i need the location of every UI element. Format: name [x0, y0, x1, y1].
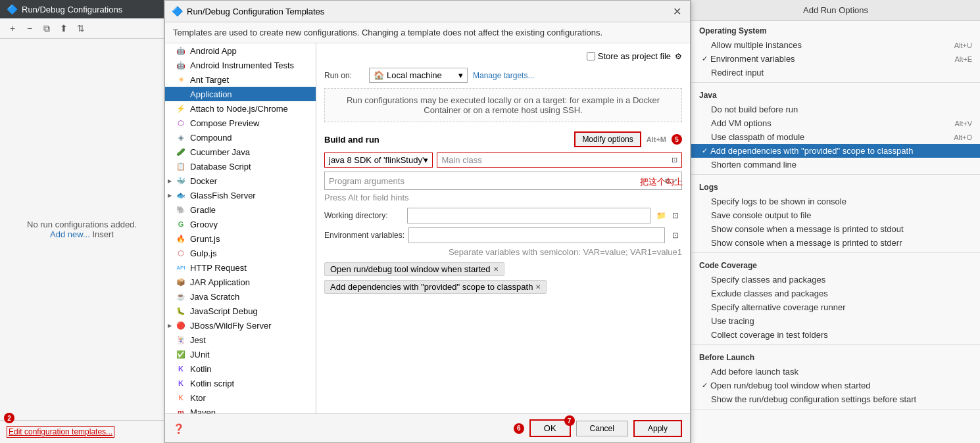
- template-item-jar-application[interactable]: 📦JAR Application: [165, 275, 316, 289]
- template-item-database-script[interactable]: 📋Database Script: [165, 159, 316, 174]
- template-item-gulp-js[interactable]: ⬡Gulp.js: [165, 246, 316, 260]
- dialog-icon: 🔷: [172, 6, 183, 16]
- main-class-input[interactable]: Main class ⊡: [437, 152, 682, 168]
- template-item-junit[interactable]: ✅JUnit: [165, 347, 316, 361]
- template-item-ant-target[interactable]: ✳Ant Target: [165, 72, 316, 87]
- template-item-kotlin-script[interactable]: KKotlin script: [165, 376, 316, 390]
- close-button[interactable]: ✕: [670, 5, 683, 18]
- right-panel-item[interactable]: Allow multiple instancesAlt+U: [691, 38, 980, 52]
- right-divider: [691, 82, 980, 83]
- copy-button[interactable]: ⧉: [39, 21, 54, 35]
- right-item-label: Allow multiple instances: [711, 40, 802, 50]
- right-panel-item[interactable]: Show console when a message is printed t…: [691, 236, 980, 250]
- template-item-javascript-debug[interactable]: 🐛JavaScript Debug: [165, 304, 316, 318]
- right-panel-item[interactable]: Specify classes and packages: [691, 273, 980, 287]
- right-panel-item[interactable]: Add VM optionsAlt+V: [691, 116, 980, 130]
- template-item-gradle[interactable]: 🐘Gradle: [165, 202, 316, 217]
- template-item-android-app[interactable]: 🤖Android App: [165, 43, 316, 58]
- right-panel-item[interactable]: Redirect input: [691, 66, 980, 80]
- remove-button[interactable]: −: [22, 21, 37, 35]
- manage-targets-link[interactable]: Manage targets...: [473, 71, 534, 80]
- right-panel-item[interactable]: Use classpath of moduleAlt+O: [691, 130, 980, 144]
- item-icon: API: [176, 262, 186, 273]
- local-machine-label: Local machine: [387, 70, 442, 80]
- right-panel-item[interactable]: Specify logs to be shown in console: [691, 195, 980, 208]
- template-item-http-request[interactable]: APIHTTP Request: [165, 260, 316, 275]
- right-panel-item[interactable]: ✓Environment variablesAlt+E: [691, 52, 980, 66]
- modify-options-button[interactable]: Modify options: [574, 131, 641, 147]
- right-panel-item[interactable]: ✓Open run/debug tool window when started: [691, 379, 980, 392]
- working-dir-expand-icon[interactable]: ⊡: [669, 209, 682, 222]
- edit-templates-link[interactable]: Edit configuration templates...: [7, 426, 114, 438]
- working-dir-folder-icon[interactable]: 📁: [654, 209, 668, 222]
- item-icon: m: [176, 407, 186, 413]
- template-item-application[interactable]: ▶Application3: [165, 87, 316, 101]
- template-item-grunt-js[interactable]: 🔥Grunt.js: [165, 231, 316, 246]
- template-item-groovy[interactable]: GGroovy: [165, 217, 316, 231]
- move-up-button[interactable]: ⬆: [57, 21, 71, 35]
- dialog-title: Run/Debug Configuration Templates: [187, 7, 324, 16]
- template-item-docker[interactable]: 🐳Docker: [165, 174, 316, 188]
- right-panel-item[interactable]: Specify alternative coverage runner: [691, 300, 980, 314]
- shortcut-label: Alt+E: [954, 55, 972, 63]
- tag-1-close[interactable]: ✕: [493, 266, 499, 273]
- item-label: JAR Application: [190, 277, 250, 287]
- template-item-compound[interactable]: ◈Compound: [165, 130, 316, 145]
- template-item-android-instrumented-tests[interactable]: 🤖Android Instrumented Tests: [165, 58, 316, 72]
- right-panel-item[interactable]: Show console when a message is printed t…: [691, 222, 980, 236]
- item-label: Gulp.js: [190, 248, 216, 258]
- help-icon[interactable]: ❓: [173, 423, 184, 434]
- ok-label: OK: [544, 423, 556, 433]
- item-label: Application: [190, 89, 232, 99]
- right-panel-item[interactable]: Exclude classes and packages: [691, 287, 980, 300]
- right-panel-item[interactable]: Collect coverage in test folders: [691, 328, 980, 342]
- item-icon: 🥒: [176, 147, 186, 157]
- left-panel-footer: 2 Edit configuration templates...: [0, 420, 164, 443]
- template-item-attach-to-node-js-chrome[interactable]: ⚡Attach to Node.js/Chrome: [165, 101, 316, 116]
- right-divider: [691, 344, 980, 345]
- item-label: Jest: [190, 335, 206, 345]
- item-icon: ◈: [176, 132, 186, 143]
- right-panel-item[interactable]: Use tracing: [691, 314, 980, 328]
- template-item-glassfish-server[interactable]: 🐟GlassFish Server: [165, 188, 316, 202]
- env-vars-expand-icon[interactable]: ⊡: [669, 229, 682, 242]
- right-panel-item[interactable]: Show the run/debug configuration setting…: [691, 392, 980, 406]
- env-vars-input[interactable]: [408, 227, 665, 243]
- working-dir-input[interactable]: [407, 208, 650, 223]
- dialog-info: Templates are used to create new configu…: [165, 22, 690, 43]
- store-checkbox-input[interactable]: [587, 52, 595, 60]
- cancel-button[interactable]: Cancel: [576, 421, 628, 436]
- template-item-kotlin[interactable]: KKotlin: [165, 361, 316, 376]
- right-panel-item[interactable]: ✓Add dependencies with "provided" scope …: [691, 144, 980, 158]
- apply-button[interactable]: Apply: [633, 420, 682, 437]
- item-icon: 🐳: [176, 175, 186, 186]
- right-panel-item[interactable]: Save console output to file: [691, 208, 980, 222]
- right-panel-item[interactable]: Add before launch task: [691, 365, 980, 379]
- build-and-run-header: Build and run Modify options Alt+M 5: [324, 131, 682, 147]
- ok-button[interactable]: 7 OK: [529, 419, 571, 437]
- sdk-select[interactable]: java 8 SDK of 'flinkStudy'▾: [324, 152, 433, 168]
- right-panel-item[interactable]: Do not build before run: [691, 103, 980, 116]
- right-panel-item[interactable]: Shorten command line: [691, 158, 980, 172]
- add-new-link[interactable]: Add new...: [50, 229, 90, 239]
- template-item-ktor[interactable]: KKtor: [165, 390, 316, 405]
- no-configs-text: No run configurations added.: [27, 220, 137, 229]
- add-button[interactable]: +: [5, 21, 20, 35]
- template-item-java-scratch[interactable]: ☕Java Scratch: [165, 289, 316, 304]
- sort-button[interactable]: ⇅: [74, 21, 88, 35]
- template-item-jboss-wildfly-server[interactable]: 🔴JBoss/WildFly Server: [165, 318, 316, 333]
- template-item-cucumber-java[interactable]: 🥒Cucumber Java: [165, 145, 316, 159]
- tag-2-close[interactable]: ✕: [535, 283, 541, 291]
- template-item-jest[interactable]: 🃏Jest: [165, 333, 316, 347]
- dialog-titlebar-left: 🔷 Run/Debug Configuration Templates: [172, 6, 324, 16]
- intellij-icon: 🔷: [7, 4, 18, 14]
- right-item-label: Add before launch task: [711, 367, 798, 377]
- build-row: java 8 SDK of 'flinkStudy'▾ Main class ⊡: [324, 152, 682, 168]
- right-item-label: Do not build before run: [711, 105, 798, 114]
- item-label: Groovy: [190, 220, 218, 229]
- template-item-compose-preview[interactable]: ⬡Compose Preview: [165, 116, 316, 130]
- program-args[interactable]: Program arguments ⧉ ⤢: [324, 172, 682, 190]
- run-on-select[interactable]: 🏠 Local machine ▾: [369, 68, 468, 83]
- store-checkbox[interactable]: Store as project file ⚙: [587, 51, 682, 61]
- template-item-maven[interactable]: mMaven: [165, 405, 316, 413]
